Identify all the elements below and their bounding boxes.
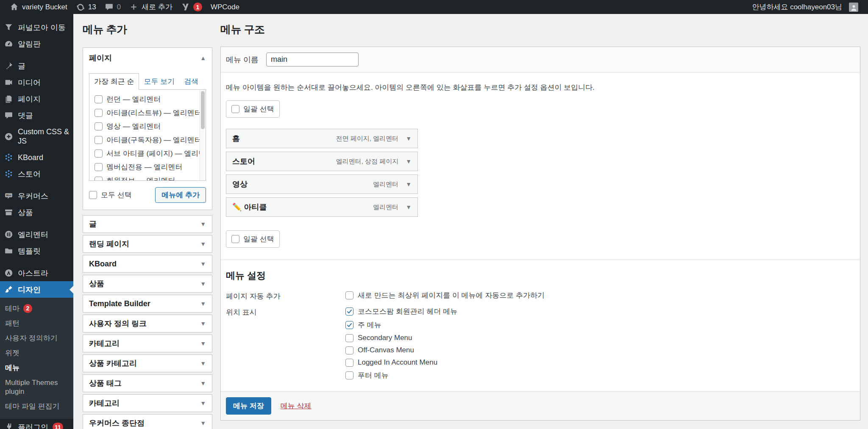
page-checkbox[interactable]: [95, 122, 103, 130]
expand-triangle-icon[interactable]: ▼: [200, 261, 206, 267]
accordion-section[interactable]: KBoard ▼: [83, 255, 212, 273]
sidebar-subitem-label: 위젯: [5, 349, 19, 357]
sidebar-subitem[interactable]: Multiple Themes plugin: [0, 375, 73, 399]
sidebar-item[interactable]: 엘리멘터: [0, 226, 73, 243]
sidebar-item-label: Custom CSS & JS: [18, 127, 71, 146]
expand-triangle-icon[interactable]: ▼: [200, 380, 206, 386]
sidebar-item[interactable]: 미디어: [0, 74, 73, 91]
location-option: Secondary Menu: [345, 334, 457, 342]
menu-item-type: 전면 페이지, 엘리멘터: [336, 135, 399, 143]
sidebar-item[interactable]: 글: [0, 58, 73, 74]
sidebar-subitem[interactable]: 패턴: [0, 316, 73, 331]
sidebar-item-label: 디자인: [18, 285, 41, 294]
page-checkbox[interactable]: [95, 109, 103, 117]
auto-add-checkbox[interactable]: [345, 291, 353, 299]
accordion-section[interactable]: 랜딩 페이지 ▼: [83, 235, 212, 253]
menu-item-row[interactable]: 영상 엘리멘터 ▼: [226, 174, 418, 194]
sidebar-item[interactable]: 플러그인 11: [0, 419, 73, 429]
location-checkbox[interactable]: [345, 359, 353, 367]
sidebar-item[interactable]: 페이지: [0, 91, 73, 107]
bulk-select-checkbox-top[interactable]: [231, 105, 239, 113]
menu-name-input[interactable]: [266, 53, 359, 66]
select-all-checkbox[interactable]: [89, 191, 97, 199]
site-menu[interactable]: variety Bucket: [6, 0, 72, 14]
expand-triangle-icon[interactable]: ▼: [200, 420, 206, 426]
sidebar-item[interactable]: KBoard: [0, 149, 73, 166]
page-checkbox[interactable]: [95, 95, 103, 103]
sidebar-subitem[interactable]: 위젯: [0, 346, 73, 360]
my-account-menu[interactable]: 안녕하세요 coolhayeon03님: [748, 0, 862, 14]
menu-item-row[interactable]: 스토어 엘리멘터, 상점 페이지 ▼: [226, 152, 418, 171]
pages-postbox-header[interactable]: 페이지 ▲: [83, 48, 212, 68]
accordion-title: KBoard: [89, 260, 117, 268]
location-checkbox[interactable]: [345, 346, 353, 354]
item-settings-triangle-icon[interactable]: ▼: [406, 135, 412, 142]
menu-item-row[interactable]: 홈 전면 페이지, 엘리멘터 ▼: [226, 129, 418, 148]
accordion-section[interactable]: 우커머스 종단점 ▼: [83, 414, 212, 429]
expand-triangle-icon[interactable]: ▼: [200, 400, 206, 406]
yoast-menu[interactable]: 1: [177, 0, 206, 14]
new-content-menu[interactable]: 새로 추가: [125, 0, 177, 14]
expand-triangle-icon[interactable]: ▼: [200, 360, 206, 366]
sidebar-item[interactable]: 아스트라: [0, 265, 73, 281]
item-settings-triangle-icon[interactable]: ▼: [406, 204, 412, 210]
sidebar-item[interactable]: 알림판: [0, 36, 73, 52]
item-settings-triangle-icon[interactable]: ▼: [406, 181, 412, 188]
accordion-title: 카테고리: [89, 338, 120, 349]
page-checkbox[interactable]: [95, 136, 103, 144]
location-option: 주 메뉴: [345, 320, 457, 330]
expand-triangle-icon[interactable]: ▼: [200, 340, 206, 346]
page-item-label: 회원정보 — 엘리멘터: [106, 176, 175, 181]
sidebar-subitem[interactable]: 테마 파일 편집기: [0, 399, 73, 414]
page-checkbox[interactable]: [95, 149, 103, 158]
menu-item-row[interactable]: ✏️ 아티클 엘리멘터 ▼: [226, 197, 418, 217]
wpcode-menu[interactable]: WPCode: [206, 0, 244, 14]
location-checkbox[interactable]: [345, 371, 353, 379]
comments-indicator[interactable]: 0: [100, 0, 125, 14]
sidebar-item[interactable]: Custom CSS & JS: [0, 124, 73, 149]
accordion-section[interactable]: 카테고리 ▼: [83, 335, 212, 352]
page-checkbox[interactable]: [95, 177, 103, 181]
accordion-section[interactable]: 상품 태그 ▼: [83, 374, 212, 392]
sidebar-item[interactable]: 디자인: [0, 281, 73, 298]
save-menu-button[interactable]: 메뉴 저장: [226, 397, 271, 415]
accordion-section[interactable]: 사용자 정의 링크 ▼: [83, 315, 212, 332]
delete-menu-link[interactable]: 메뉴 삭제: [281, 401, 312, 411]
sidebar-subitem[interactable]: 사용자 정의하기: [0, 331, 73, 346]
expand-triangle-icon[interactable]: ▼: [200, 301, 206, 307]
sidebar-item[interactable]: 퍼널모아 이동: [0, 19, 73, 36]
expand-triangle-icon[interactable]: ▼: [200, 281, 206, 287]
expand-triangle-icon[interactable]: ▼: [200, 241, 206, 247]
add-to-menu-button[interactable]: 메뉴에 추가: [155, 187, 206, 203]
plus-icon: [129, 3, 138, 11]
expand-triangle-icon[interactable]: ▼: [200, 321, 206, 327]
location-checkbox[interactable]: [345, 307, 353, 316]
updates-indicator[interactable]: 13: [72, 0, 100, 14]
page-checkbox[interactable]: [95, 163, 103, 171]
page-checklist-row: 서브 아티클 (페이지) — 엘리멘터: [95, 149, 194, 158]
accordion-section[interactable]: Template Builder ▼: [83, 295, 212, 313]
page-item-label: 영상 — 엘리멘터: [106, 122, 161, 131]
sidebar-item[interactable]: 스토어: [0, 166, 73, 182]
expand-triangle-icon[interactable]: ▼: [200, 221, 206, 227]
sidebar-subitem[interactable]: 메뉴: [0, 360, 73, 375]
sidebar-item[interactable]: 템플릿: [0, 243, 73, 259]
sidebar-subitem[interactable]: 테마 2: [0, 301, 73, 316]
pages-tab[interactable]: 검색: [179, 74, 203, 89]
scrollbar-thumb[interactable]: [201, 91, 205, 129]
bulk-select-checkbox-bottom[interactable]: [231, 235, 239, 243]
scrollbar-track[interactable]: [200, 90, 206, 180]
pages-tab[interactable]: 가장 최근 순: [89, 73, 139, 90]
accordion-section[interactable]: 상품 카테고리 ▼: [83, 354, 212, 372]
collapse-triangle-icon[interactable]: ▲: [200, 55, 206, 61]
accordion-section[interactable]: 카테고리 ▼: [83, 394, 212, 412]
accordion-section[interactable]: 상품 ▼: [83, 275, 212, 293]
sidebar-item[interactable]: 상품: [0, 204, 73, 221]
accordion-section[interactable]: 글 ▼: [83, 215, 212, 233]
sidebar-item[interactable]: Woo 우커머스: [0, 188, 73, 204]
location-checkbox[interactable]: [345, 321, 353, 329]
location-checkbox[interactable]: [345, 334, 353, 342]
pages-tab[interactable]: 모두 보기: [139, 74, 179, 89]
item-settings-triangle-icon[interactable]: ▼: [406, 158, 412, 165]
sidebar-item[interactable]: 댓글: [0, 107, 73, 124]
